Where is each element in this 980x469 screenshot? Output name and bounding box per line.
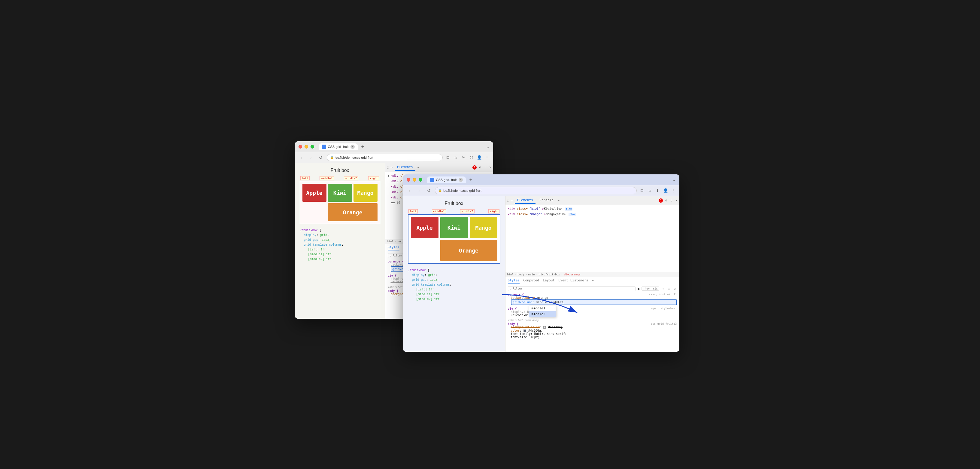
active-tab-front[interactable]: CSS grid- fruit ✕ [427,177,466,183]
styles-tab-front[interactable]: Styles [508,278,520,284]
devtools-more-tabs[interactable]: » [417,166,419,169]
styles-tab-back[interactable]: Styles [388,245,400,250]
extension-icon[interactable]: ⬡ [469,155,474,161]
computed-tab-front[interactable]: Computed [523,278,539,284]
autocomplete-dropdown: middle1 middle2 [529,305,556,317]
body-file-ref: css-grid-fruit:3 [651,322,677,325]
star-icon[interactable]: ☆ [453,155,459,161]
url-text-front: jec.fish/demo/css-grid-fruit [443,189,482,192]
plus-btn[interactable]: + [661,287,665,290]
ac-middle1[interactable]: middle1 [529,305,555,311]
sidebar-btn[interactable]: ⊡ [673,287,677,290]
more-tabs-front[interactable]: » [592,278,594,284]
tab-console-front[interactable]: Console [537,197,556,204]
apple-cell-back: Apple [302,184,326,202]
scissors-icon[interactable]: ✂ [461,155,467,161]
diamond-icon: ◆ [637,286,640,291]
settings-icon-back[interactable]: ⚙ [479,165,481,169]
share-icon-front[interactable]: ⬆ [655,188,661,194]
more-icon-back[interactable]: ⋮ [484,165,487,169]
active-tab-back[interactable]: CSS grid- fruit ✕ [319,144,358,150]
file-ref-front: css-grid-fruit:11 [649,293,677,296]
toolbar-back: ‹ › ↺ 🔒 jec.fish/demo/css-grid-fruit ⊡ ☆… [295,152,493,163]
mango-cell-back: Mango [353,184,377,202]
minimize-button[interactable] [305,145,308,148]
bc-html-front[interactable]: html [507,273,514,276]
error-badge-back: 1 [473,165,477,169]
tab-menu-back[interactable]: ⌄ [486,144,490,149]
reload-button-back[interactable]: ↺ [317,154,325,161]
event-tab-front[interactable]: Event Listeners [558,278,588,284]
devtools-responsive-icon-front[interactable]: ▭ [511,198,513,202]
close-button-front[interactable] [407,178,410,182]
bc-orange-front[interactable]: div.orange [564,273,580,276]
tab-title-back: CSS grid- fruit [328,145,349,148]
grid-labels-back: left middle1 middle2 right [300,176,380,180]
breadcrumb-front: html › body › main › div.fruit-box › div… [506,272,679,277]
body-rule-front: body { css-grid-fruit:3 background-color… [508,322,677,339]
settings-icon-front[interactable]: ⚙ [665,198,667,202]
toolbar-icons-front: ⊡ ☆ ⬆ 👤 ⋮ [639,188,676,194]
url-bar-front[interactable]: 🔒 jec.fish/demo/css-grid-fruit [435,187,637,194]
maximize-button-front[interactable] [419,178,422,182]
fruit-grid-back: Apple Kiwi Mango Orange [300,181,380,224]
new-tab-button-front[interactable]: + [469,177,472,182]
tab-favicon [322,145,326,149]
css-code-back: .fruit-box { display: grid; grid-gap: 10… [300,228,380,262]
devtools-cursor-icon[interactable]: ⬚ [387,165,389,169]
devtools-close-back[interactable]: ✕ [489,165,492,169]
tab-elements-front[interactable]: Elements [515,197,536,204]
label-middle2-back: middle2 [344,176,358,180]
bc-main-front[interactable]: main [528,273,535,276]
grid-column-highlight-front[interactable]: grid-column: middle1/middle2; [511,300,677,305]
profile-icon-front[interactable]: 👤 [663,188,668,194]
body-selector-front: body { [508,322,519,325]
devtools-responsive-icon[interactable]: ▭ [391,165,393,169]
maximize-button[interactable] [310,145,314,148]
inherited-label-front: Inherited from body [508,319,677,322]
tab-elements-back[interactable]: Elements [395,164,415,171]
inspect-btn[interactable]: ⬚ [667,287,671,290]
cast-icon[interactable]: ⊡ [445,155,451,161]
url-bar-back[interactable]: 🔒 jec.fish/demo/css-grid-fruit [327,154,443,161]
profile-icon[interactable]: 👤 [476,155,482,161]
back-button-back[interactable]: ‹ [298,154,305,161]
devtools-cursor-icon-front[interactable]: ⬚ [507,198,509,202]
color-body-front: color: #4c566a; [511,329,677,332]
menu-icon[interactable]: ⋮ [484,155,490,161]
rule-body-front: background: orange; grid-column: middle1… [508,296,677,305]
hover-btn-front[interactable]: :hov .cls [641,287,659,291]
layout-tab-front[interactable]: Layout [543,278,555,284]
devtools-tabs-front: ⬚ ▭ Elements Console » 1 ⚙ ⋮ ✕ [506,196,679,205]
label-left-front: left [409,209,418,214]
color-swatch-body [523,330,526,332]
color-swatch-front [533,297,535,299]
body-body-front: background-color: #eceff4; color: #4c566… [508,325,677,339]
bc-html-back[interactable]: html [387,240,394,243]
bg-swatch-front [543,326,546,329]
ac-middle2[interactable]: middle2 [529,311,555,317]
forward-button-front[interactable]: › [416,187,423,194]
close-button[interactable] [299,145,302,148]
minimize-button-front[interactable] [413,178,416,182]
titlebar-front: CSS grid- fruit ✕ + ⌄ [403,174,679,185]
star-icon-front[interactable]: ☆ [647,188,653,194]
back-button-front[interactable]: ‹ [406,187,413,194]
reload-button-front[interactable]: ↺ [425,187,433,194]
more-icon-front[interactable]: ⋮ [670,198,673,202]
devtools-more-front[interactable]: » [558,199,560,202]
bc-body-front[interactable]: body [518,273,524,276]
bc-fruitbox-front[interactable]: div.fruit-box [539,273,560,276]
tab-close-front[interactable]: ✕ [459,178,463,182]
styles-panel-front: ▽ Filter ◆ :hov .cls + ⬚ ⊡ .orange { css… [506,285,679,352]
filter-box-front[interactable]: ▽ Filter [508,286,636,291]
menu-icon-front[interactable]: ⋮ [670,188,676,194]
tab-close-back[interactable]: ✕ [350,145,355,149]
tab-menu-front[interactable]: ⌄ [672,177,676,182]
cast-icon-front[interactable]: ⊡ [639,188,645,194]
html-line-mango: <div class= "mango" >Mango</div> flex [508,212,677,217]
div-selector-front: div { [508,307,517,310]
new-tab-button-back[interactable]: + [361,144,364,150]
devtools-close-front[interactable]: ✕ [675,198,678,202]
forward-button-back[interactable]: › [307,154,315,161]
